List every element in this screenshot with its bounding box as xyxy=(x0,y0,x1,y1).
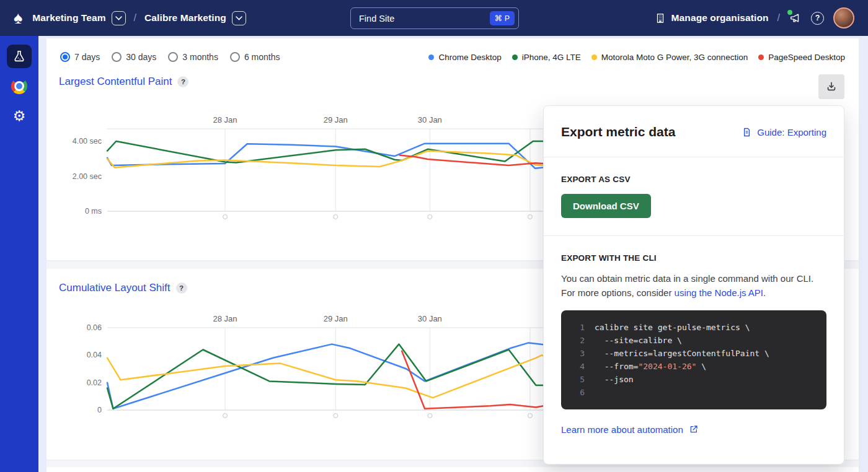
radio-icon xyxy=(168,52,178,62)
cli-description: You can obtain metric data in a single c… xyxy=(561,271,826,300)
radio-icon xyxy=(230,52,240,62)
legend-dot-icon xyxy=(591,55,597,60)
export-panel-header: Export metric data Guide: Exporting xyxy=(544,106,844,157)
calibre-logo-icon[interactable]: ♠ xyxy=(14,10,22,27)
help-button[interactable]: ? xyxy=(811,12,824,25)
code-line: 3 --metrics=largestContentfulPaint \ xyxy=(561,347,826,360)
legend-item-motorola[interactable]: Motorola Moto G Power, 3G connection xyxy=(591,53,748,62)
legend-item-iphone[interactable]: iPhone, 4G LTE xyxy=(512,53,581,62)
team-dropdown-button[interactable] xyxy=(112,11,126,25)
csv-section-heading: EXPORT AS CSV xyxy=(561,175,826,184)
radio-label: 6 months xyxy=(244,52,280,62)
legend-dot-icon xyxy=(512,55,518,60)
code-date-literal: "2024-01-26" xyxy=(638,362,696,371)
svg-text:0 ms: 0 ms xyxy=(85,207,102,216)
learn-more-automation-link[interactable]: Learn more about automation xyxy=(561,424,826,435)
code-line: 2 --site=calibre \ xyxy=(561,334,826,347)
legend-dot-icon xyxy=(758,55,764,60)
line-number: 6 xyxy=(561,386,585,399)
legend-item-chrome-desktop[interactable]: Chrome Desktop xyxy=(428,53,501,62)
team-name[interactable]: Marketing Team xyxy=(32,12,105,24)
lcp-chart-title[interactable]: Largest Contentful Paint xyxy=(59,76,172,88)
search-placeholder: Find Site xyxy=(359,14,394,24)
line-number: 3 xyxy=(561,347,585,360)
svg-text:29 Jan: 29 Jan xyxy=(324,115,348,125)
code-line: 5 --json xyxy=(561,373,826,386)
radio-selected-icon xyxy=(60,52,70,62)
site-name[interactable]: Calibre Marketing xyxy=(144,12,226,24)
lcp-chart-header: Largest Contentful Paint ? xyxy=(59,74,859,89)
code-line: 6 xyxy=(561,386,826,399)
cls-chart-title[interactable]: Cumulative Layout Shift xyxy=(59,282,170,294)
cli-section-heading: EXPORT WITH THE CLI xyxy=(561,253,826,263)
download-button[interactable] xyxy=(818,74,844,99)
cli-code-block: 1 calibre site get-pulse-metrics \ 2 --s… xyxy=(561,310,826,409)
legend-label: iPhone, 4G LTE xyxy=(522,53,581,62)
lcp-help-icon[interactable]: ? xyxy=(177,76,188,87)
announcements-button[interactable] xyxy=(789,12,802,24)
svg-text:2.00 sec: 2.00 sec xyxy=(73,172,102,181)
range-option-30-days[interactable]: 30 days xyxy=(112,52,156,62)
gear-icon: ⚙ xyxy=(13,109,26,123)
manage-organisation-label: Manage organisation xyxy=(671,12,769,24)
flask-icon xyxy=(12,50,26,63)
export-metric-data-panel: Export metric data Guide: Exporting EXPO… xyxy=(543,105,844,465)
chevron-down-icon xyxy=(115,16,122,20)
learn-more-label: Learn more about automation xyxy=(561,424,683,435)
user-avatar[interactable] xyxy=(833,7,854,28)
find-site-search[interactable]: Find Site ⌘ P xyxy=(350,7,519,29)
guide-link-label: Guide: Exporting xyxy=(757,127,826,138)
sidebar-item-chrome-ux[interactable] xyxy=(7,74,32,98)
code-text: --json xyxy=(595,373,634,386)
cli-description-period: . xyxy=(763,287,766,298)
notification-dot xyxy=(787,10,792,15)
svg-text:0.02: 0.02 xyxy=(87,378,102,387)
code-text: --metrics=largestContentfulPaint \ xyxy=(595,347,769,360)
code-line: 4 --from="2024-01-26" \ xyxy=(561,360,826,373)
legend-item-pagespeed[interactable]: PageSpeed Desktop xyxy=(758,53,845,62)
svg-text:29 Jan: 29 Jan xyxy=(324,314,348,323)
range-option-7-days[interactable]: 7 days xyxy=(60,52,100,62)
svg-text:28 Jan: 28 Jan xyxy=(213,314,237,323)
guide-exporting-link[interactable]: Guide: Exporting xyxy=(742,127,826,138)
radio-label: 7 days xyxy=(74,52,100,62)
radio-label: 3 months xyxy=(182,52,218,62)
svg-text:28 Jan: 28 Jan xyxy=(213,115,237,125)
radio-icon xyxy=(112,52,122,62)
manage-organisation-link[interactable]: Manage organisation xyxy=(655,12,769,24)
code-text: --from="2024-01-26" \ xyxy=(595,360,706,373)
svg-text:30 Jan: 30 Jan xyxy=(418,115,442,125)
code-text: --from= xyxy=(595,362,638,371)
nodejs-api-link[interactable]: using the Node.js API xyxy=(675,287,763,298)
site-dropdown-button[interactable] xyxy=(232,11,246,25)
range-option-3-months[interactable]: 3 months xyxy=(168,52,218,62)
svg-text:30 Jan: 30 Jan xyxy=(418,314,442,323)
code-text: calibre site get-pulse-metrics \ xyxy=(595,321,750,334)
range-option-6-months[interactable]: 6 months xyxy=(230,52,280,62)
external-link-icon xyxy=(689,424,699,434)
export-panel-title: Export metric data xyxy=(561,125,675,139)
download-csv-button[interactable]: Download CSV xyxy=(561,194,651,218)
line-number: 4 xyxy=(561,360,585,373)
sidebar-item-settings[interactable]: ⚙ xyxy=(7,104,32,128)
chevron-down-icon xyxy=(236,16,242,20)
radio-label: 30 days xyxy=(126,52,156,62)
cls-help-icon[interactable]: ? xyxy=(176,282,187,294)
svg-text:0.04: 0.04 xyxy=(87,351,102,359)
topbar-right-group: Manage organisation / ? xyxy=(655,7,854,28)
export-csv-section: EXPORT AS CSV Download CSV xyxy=(544,157,844,235)
line-number: 2 xyxy=(561,334,585,347)
top-navigation-bar: ♠ Marketing Team / Calibre Marketing Fin… xyxy=(0,0,868,36)
search-shortcut-badge: ⌘ P xyxy=(490,11,515,25)
legend-label: Chrome Desktop xyxy=(438,53,501,62)
sidebar-item-pulse[interactable] xyxy=(7,45,32,68)
download-icon xyxy=(825,81,838,93)
svg-text:4.00 sec: 4.00 sec xyxy=(73,137,102,146)
next-card-sliver xyxy=(46,467,859,472)
code-text: --site=calibre \ xyxy=(595,334,682,347)
legend-dot-icon xyxy=(428,55,434,60)
document-icon xyxy=(742,127,752,138)
line-number: 5 xyxy=(561,373,585,386)
building-icon xyxy=(655,12,666,24)
question-mark-icon: ? xyxy=(811,12,824,25)
